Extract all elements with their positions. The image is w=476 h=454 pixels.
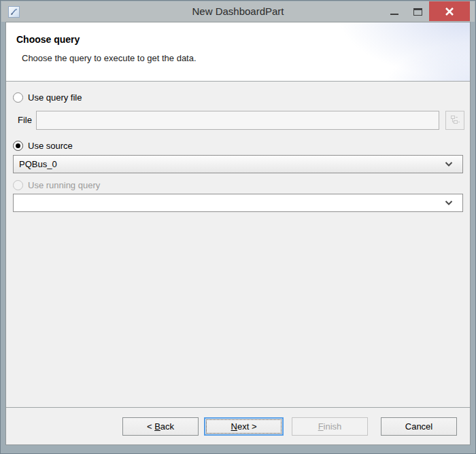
radio-use-running-query-label[interactable]: Use running query bbox=[28, 180, 100, 190]
radio-use-query-file-label[interactable]: Use query file bbox=[28, 92, 82, 103]
radio-use-running-query[interactable]: Use running query bbox=[13, 179, 100, 191]
radio-use-source-circle[interactable] bbox=[13, 141, 23, 151]
back-button-label: < bbox=[147, 421, 154, 432]
minimize-button[interactable] bbox=[383, 1, 406, 22]
source-combo-value: PQBus_0 bbox=[19, 159, 445, 169]
wizard-header: Choose query Choose the query to execute… bbox=[6, 22, 470, 82]
tree-browse-icon bbox=[449, 115, 460, 126]
file-label: File bbox=[18, 115, 32, 125]
dialog-window: New DashboardPart Choose query Choose th… bbox=[0, 0, 476, 454]
radio-use-running-query-circle[interactable] bbox=[13, 180, 23, 190]
running-query-combo[interactable] bbox=[13, 194, 463, 212]
radio-use-query-file[interactable]: Use query file bbox=[13, 91, 82, 103]
back-button[interactable]: < Back bbox=[122, 417, 199, 436]
page-title: Choose query bbox=[16, 34, 80, 45]
cancel-button[interactable]: Cancel bbox=[381, 417, 457, 436]
next-button[interactable]: Next > bbox=[204, 417, 284, 436]
file-input[interactable] bbox=[36, 111, 439, 130]
titlebar[interactable]: New DashboardPart bbox=[1, 1, 475, 22]
form-area: Use query file File Use source PQBus_0 bbox=[6, 82, 470, 407]
radio-use-source[interactable]: Use source bbox=[13, 139, 73, 152]
source-combo[interactable]: PQBus_0 bbox=[13, 155, 463, 173]
chevron-down-icon bbox=[445, 200, 453, 206]
finish-button[interactable]: Finish bbox=[292, 417, 368, 436]
button-bar: < Back Next > Finish Cancel bbox=[6, 407, 470, 444]
browse-file-button[interactable] bbox=[445, 111, 464, 130]
window-controls bbox=[383, 1, 475, 22]
maximize-icon bbox=[413, 8, 422, 16]
close-icon bbox=[445, 7, 454, 16]
dialog-content: Choose query Choose the query to execute… bbox=[5, 22, 471, 445]
maximize-button[interactable] bbox=[406, 1, 429, 22]
minimize-icon bbox=[390, 14, 398, 15]
header-decoration bbox=[307, 22, 470, 81]
wizard-app-icon-glyph bbox=[10, 7, 18, 16]
radio-use-source-label[interactable]: Use source bbox=[28, 141, 73, 151]
chevron-down-icon bbox=[445, 162, 453, 167]
close-button[interactable] bbox=[429, 1, 470, 21]
radio-use-query-file-circle[interactable] bbox=[13, 92, 23, 103]
page-description: Choose the query to execute to get the d… bbox=[22, 53, 197, 63]
wizard-app-icon[interactable] bbox=[8, 6, 20, 18]
